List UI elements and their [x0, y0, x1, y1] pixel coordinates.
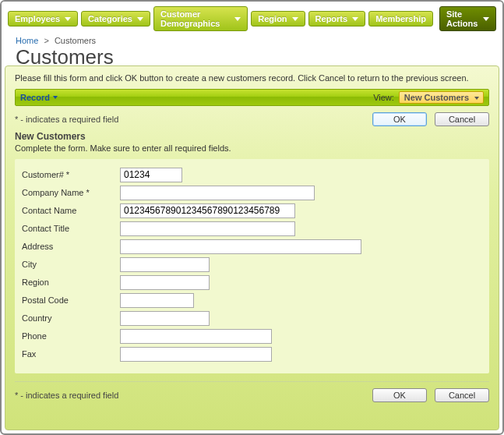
breadcrumb-home-link[interactable]: Home: [16, 36, 38, 45]
field-row-postal: Postal Code: [19, 293, 481, 308]
nav-item-categories[interactable]: Categories: [81, 11, 150, 27]
cancel-button-bottom[interactable]: Cancel: [435, 388, 489, 402]
required-note-top: * - indicates a required field: [15, 115, 365, 124]
section-subtitle: Complete the form. Make sure to enter al…: [15, 143, 489, 153]
chevron-down-icon: [53, 96, 58, 99]
chevron-down-icon: [65, 17, 71, 21]
field-row-customer-id: Customer# *: [19, 168, 481, 182]
nav-label: Membership: [375, 14, 426, 23]
city-label: City: [19, 260, 120, 269]
phone-label: Phone: [19, 331, 120, 341]
region-label: Region: [19, 278, 120, 287]
address-input[interactable]: [120, 239, 361, 254]
field-row-city: City: [19, 257, 481, 272]
fax-input[interactable]: [120, 347, 272, 362]
bottom-button-row: * - indicates a required field OK Cancel: [15, 388, 489, 402]
customer-id-input[interactable]: [120, 168, 182, 182]
ok-button[interactable]: OK: [372, 112, 427, 126]
nav-label: Reports: [315, 14, 348, 23]
phone-input[interactable]: [120, 329, 272, 344]
breadcrumb: Home > Customers: [16, 36, 488, 45]
site-actions-menu[interactable]: Site Actions: [439, 6, 496, 31]
field-row-contact: Contact Name: [19, 203, 481, 218]
company-label: Company Name *: [19, 188, 120, 197]
contact-input[interactable]: [120, 203, 295, 218]
required-note-bottom: * - indicates a required field: [15, 391, 365, 400]
form: Customer# * Company Name * Contact Name …: [15, 159, 489, 373]
view-label: View:: [373, 93, 394, 102]
nav-item-employees[interactable]: Employees: [8, 11, 78, 27]
title-input[interactable]: [120, 221, 295, 236]
record-view-bar: Record View: New Customers: [15, 89, 489, 106]
field-row-address: Address: [19, 239, 481, 254]
app-window: Employees Categories Customer Demographi…: [0, 0, 504, 435]
separator: [15, 381, 489, 382]
postal-label: Postal Code: [19, 295, 120, 305]
cancel-button[interactable]: Cancel: [435, 112, 489, 126]
postal-input[interactable]: [120, 293, 194, 308]
instructions-text: Please fill this form and click OK butto…: [15, 72, 489, 84]
view-dropdown[interactable]: New Customers: [399, 91, 484, 104]
ok-button-bottom[interactable]: OK: [372, 388, 427, 402]
record-menu-label: Record: [20, 93, 50, 102]
nav-label: Site Actions: [446, 9, 478, 28]
fax-label: Fax: [19, 349, 120, 359]
field-row-region: Region: [19, 275, 481, 290]
nav-label: Region: [258, 14, 287, 23]
address-label: Address: [19, 242, 120, 251]
breadcrumb-current: Customers: [55, 36, 96, 45]
nav-item-reports[interactable]: Reports: [308, 11, 366, 27]
chevron-down-icon: [352, 17, 358, 21]
content-panel: Please fill this form and click OK butto…: [5, 65, 499, 430]
city-input[interactable]: [120, 257, 210, 272]
nav-item-customer-demographics[interactable]: Customer Demographics: [153, 6, 248, 31]
chevron-down-icon: [483, 17, 489, 21]
field-row-country: Country: [19, 311, 481, 326]
record-menu[interactable]: Record: [20, 93, 58, 102]
region-input[interactable]: [120, 275, 210, 290]
field-row-company: Company Name *: [19, 186, 481, 200]
contact-label: Contact Name: [19, 206, 120, 215]
nav-label: Categories: [88, 14, 132, 23]
title-label: Contact Title: [19, 224, 120, 233]
nav-label: Employees: [15, 14, 60, 23]
nav-item-region[interactable]: Region: [251, 11, 305, 27]
country-input[interactable]: [120, 311, 210, 326]
customer-id-label: Customer# *: [19, 170, 120, 179]
chevron-down-icon: [292, 17, 298, 21]
field-row-phone: Phone: [19, 329, 481, 344]
chevron-down-icon: [137, 17, 143, 21]
nav-item-membership[interactable]: Membership: [368, 11, 433, 27]
top-nav: Employees Categories Customer Demographi…: [2, 2, 502, 36]
breadcrumb-separator: >: [44, 36, 48, 45]
company-input[interactable]: [120, 186, 315, 200]
chevron-down-icon: [234, 17, 241, 21]
field-row-fax: Fax: [19, 347, 481, 362]
top-button-row: * - indicates a required field OK Cancel: [15, 112, 489, 126]
country-label: Country: [19, 313, 120, 323]
nav-label: Customer Demographics: [160, 9, 230, 28]
field-row-title: Contact Title: [19, 221, 481, 236]
section-title: New Customers: [15, 131, 489, 142]
